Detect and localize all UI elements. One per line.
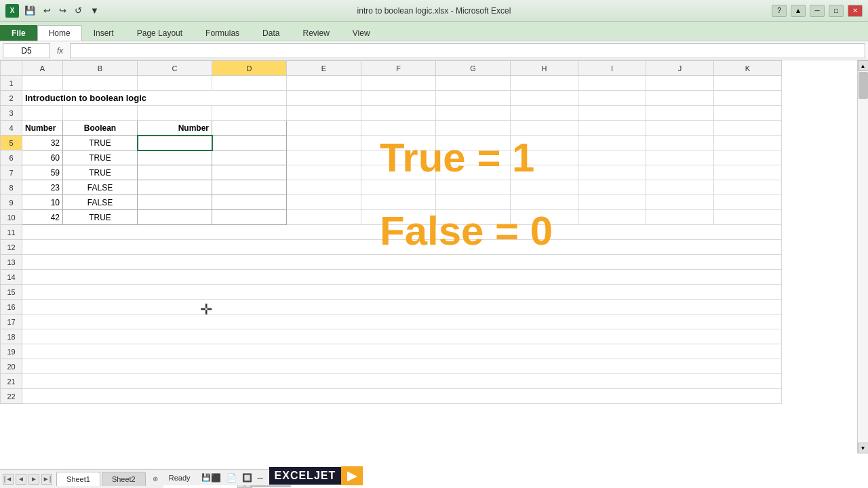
cell-i3[interactable] [578, 106, 646, 121]
row-header-17[interactable]: 17 [1, 314, 22, 329]
cell-e2[interactable] [287, 91, 361, 106]
save-indicator[interactable]: 💾 [201, 473, 211, 482]
cell-e4[interactable] [287, 121, 361, 136]
row-header-8[interactable]: 8 [1, 180, 22, 195]
cell-k9[interactable] [714, 195, 782, 210]
sheet-nav-last[interactable]: ►| [41, 474, 52, 485]
cell-a1[interactable] [22, 76, 63, 91]
tab-view[interactable]: View [341, 25, 382, 41]
row-header-1[interactable]: 1 [1, 76, 22, 91]
cell-a4[interactable]: Number [22, 121, 63, 136]
row-header-2[interactable]: 2 [1, 91, 22, 106]
row-header-12[interactable]: 12 [1, 240, 22, 255]
cell-f5[interactable] [361, 136, 436, 150]
cell-a9[interactable]: 10 [22, 195, 63, 210]
cell-c4[interactable]: Number [138, 121, 212, 136]
row-header-15[interactable]: 15 [1, 285, 22, 300]
sheet-nav-first[interactable]: |◄ [3, 474, 14, 485]
scroll-track-vertical[interactable] [858, 71, 868, 443]
zoom-out-btn[interactable]: ─ [258, 473, 264, 483]
row-header-5[interactable]: 5 [1, 136, 22, 150]
cell-b4[interactable]: Boolean [63, 121, 138, 136]
sheet-nav-prev[interactable]: ◄ [16, 474, 26, 485]
cell-f9[interactable] [361, 195, 436, 210]
cell-a2[interactable]: Introduction to boolean logic [22, 91, 287, 106]
col-header-c[interactable]: C [138, 61, 212, 76]
empty-row-12[interactable] [22, 240, 782, 255]
cell-g5[interactable] [436, 136, 511, 150]
cell-b8[interactable]: FALSE [63, 180, 138, 195]
row-header-22[interactable]: 22 [1, 389, 22, 404]
row-header-7[interactable]: 7 [1, 165, 22, 180]
normal-view-btn[interactable]: ⬛ [211, 473, 221, 483]
col-header-f[interactable]: F [361, 61, 436, 76]
cell-k4[interactable] [714, 121, 782, 136]
cell-d3[interactable] [212, 106, 287, 121]
cell-g2[interactable] [436, 91, 511, 106]
sheet-tab-sheet1[interactable]: Sheet1 [56, 472, 100, 486]
row-header-3[interactable]: 3 [1, 106, 22, 121]
sheet-tab-sheet2[interactable]: Sheet2 [102, 472, 146, 486]
empty-row-14[interactable] [22, 270, 782, 285]
cell-b7[interactable]: TRUE [63, 165, 138, 180]
tab-formulas[interactable]: Formulas [194, 25, 251, 41]
empty-row-21[interactable] [22, 374, 782, 389]
cell-k1[interactable] [714, 76, 782, 91]
col-header-h[interactable]: H [511, 61, 578, 76]
cell-e3[interactable] [287, 106, 361, 121]
cell-h1[interactable] [511, 76, 578, 91]
cell-d9[interactable] [212, 195, 287, 210]
cell-f2[interactable] [361, 91, 436, 106]
empty-row-20[interactable] [22, 359, 782, 374]
cell-d7[interactable] [212, 165, 287, 180]
vertical-scrollbar[interactable]: ▲ ▼ [857, 60, 868, 453]
row-header-20[interactable]: 20 [1, 359, 22, 374]
cell-b10[interactable]: TRUE [63, 210, 138, 225]
formula-input[interactable] [70, 43, 865, 58]
cell-k10[interactable] [714, 210, 782, 225]
empty-row-11[interactable] [22, 225, 782, 240]
cell-f7[interactable] [361, 165, 436, 180]
cell-j4[interactable] [646, 121, 714, 136]
cell-b6[interactable]: TRUE [63, 150, 138, 165]
cell-a6[interactable]: 60 [22, 150, 63, 165]
cell-f1[interactable] [361, 76, 436, 91]
cell-i6[interactable] [578, 150, 646, 165]
row-header-18[interactable]: 18 [1, 329, 22, 344]
cell-f3[interactable] [361, 106, 436, 121]
cell-c1[interactable] [138, 76, 212, 91]
row-header-13[interactable]: 13 [1, 255, 22, 270]
empty-row-22[interactable] [22, 389, 782, 404]
cell-g7[interactable] [436, 165, 511, 180]
empty-row-19[interactable] [22, 344, 782, 359]
row-header-21[interactable]: 21 [1, 374, 22, 389]
customize-btn[interactable]: ▼ [87, 4, 102, 17]
cell-h4[interactable] [511, 121, 578, 136]
cell-j1[interactable] [646, 76, 714, 91]
cell-k5[interactable] [714, 136, 782, 150]
cell-e5[interactable] [287, 136, 361, 150]
empty-row-13[interactable] [22, 255, 782, 270]
cell-h6[interactable] [511, 150, 578, 165]
cell-h8[interactable] [511, 180, 578, 195]
cell-j7[interactable] [646, 165, 714, 180]
col-header-d[interactable]: D [212, 61, 287, 76]
cell-f10[interactable] [361, 210, 436, 225]
scroll-thumb-vertical[interactable] [859, 72, 868, 99]
cell-i7[interactable] [578, 165, 646, 180]
tab-page-layout[interactable]: Page Layout [125, 25, 194, 41]
tab-insert[interactable]: Insert [82, 25, 125, 41]
row-header-4[interactable]: 4 [1, 121, 22, 136]
cell-d8[interactable] [212, 180, 287, 195]
cell-a10[interactable]: 42 [22, 210, 63, 225]
row-header-19[interactable]: 19 [1, 344, 22, 359]
cell-h7[interactable] [511, 165, 578, 180]
cell-reference-box[interactable] [3, 43, 50, 58]
cell-j5[interactable] [646, 136, 714, 150]
ribbon-collapse-btn[interactable]: ▲ [791, 5, 806, 17]
row-header-10[interactable]: 10 [1, 210, 22, 225]
cell-i5[interactable] [578, 136, 646, 150]
cell-a5[interactable]: 32 [22, 136, 63, 150]
cell-j3[interactable] [646, 106, 714, 121]
cell-k2[interactable] [714, 91, 782, 106]
